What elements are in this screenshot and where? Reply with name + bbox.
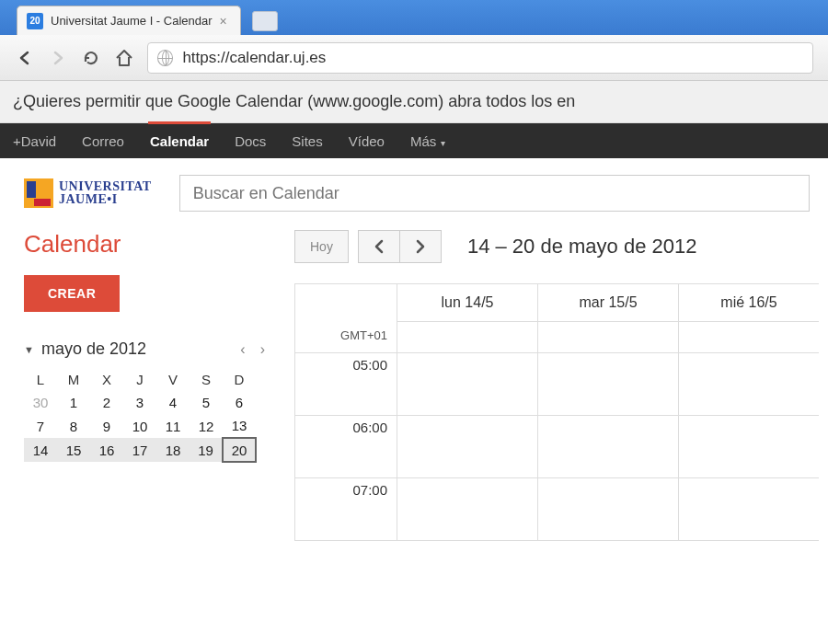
sidebar: Calendar CREAR ▼ mayo de 2012 ‹ › LMXJVS…: [0, 224, 285, 541]
day-header: mar 15/5: [537, 284, 678, 321]
mini-cal-day[interactable]: 9: [90, 414, 123, 438]
mini-cal-day[interactable]: 4: [156, 390, 190, 414]
mini-cal-day[interactable]: 19: [190, 438, 223, 462]
create-button[interactable]: CREAR: [24, 275, 120, 312]
hour-cell[interactable]: [537, 353, 678, 415]
calendar-title: Calendar: [24, 230, 269, 259]
mini-cal-day[interactable]: 17: [123, 438, 156, 462]
logo-mark: [24, 178, 53, 208]
prev-week-button[interactable]: [358, 230, 399, 263]
browser-tab[interactable]: 20 Universitat Jaume I - Calendar ×: [17, 6, 241, 35]
mini-cal-dow: D: [223, 368, 256, 390]
day-header: mié 16/5: [678, 284, 819, 321]
home-button[interactable]: [114, 48, 134, 68]
mini-cal-day[interactable]: 18: [156, 438, 190, 462]
mini-cal-day[interactable]: 11: [156, 414, 190, 438]
tab-favicon: 20: [27, 13, 43, 29]
mini-cal-grid: LMXJVSD 30123456789101112131415161718192…: [24, 368, 257, 463]
forward-button[interactable]: [48, 48, 68, 68]
search-input[interactable]: [193, 184, 796, 203]
back-button[interactable]: [15, 48, 35, 68]
mini-cal-dow: X: [90, 368, 123, 390]
url-input[interactable]: [182, 49, 803, 67]
mini-cal-dow: L: [24, 368, 57, 390]
gbar-item-docs[interactable]: Docs: [233, 124, 268, 158]
view-controls: Hoy 14 – 20 de mayo de 2012: [294, 230, 819, 263]
hour-label: 07:00: [295, 478, 397, 540]
reload-button[interactable]: [81, 48, 101, 68]
app-header: UNIVERSITAT JAUME•I: [0, 158, 828, 224]
nav-button-group: [358, 230, 442, 263]
calendar-main: Hoy 14 – 20 de mayo de 2012 GMT+01 lun 1…: [285, 224, 828, 541]
hour-cell[interactable]: [397, 353, 537, 415]
mini-cal-day[interactable]: 5: [190, 390, 223, 414]
uji-logo[interactable]: UNIVERSITAT JAUME•I: [24, 178, 152, 208]
hour-cell[interactable]: [537, 416, 678, 477]
mini-cal-day[interactable]: 3: [123, 390, 156, 414]
hour-label: 06:00: [295, 416, 397, 477]
infobar-text: ¿Quieres permitir que Google Calendar (w…: [13, 92, 575, 111]
mini-cal-day[interactable]: 8: [57, 414, 90, 438]
gbar-item-mas[interactable]: Más ▾: [408, 124, 447, 158]
next-week-button[interactable]: [399, 230, 442, 263]
chevron-down-icon: ▾: [438, 138, 445, 148]
mini-cal-day[interactable]: 30: [24, 390, 57, 414]
mini-cal-day[interactable]: 13: [223, 414, 256, 438]
day-header: lun 14/5: [397, 284, 537, 321]
mini-cal-day[interactable]: 15: [57, 438, 90, 462]
allday-cell[interactable]: [397, 322, 537, 352]
mini-cal-day[interactable]: 6: [223, 390, 256, 414]
tab-title: Universitat Jaume I - Calendar: [51, 14, 213, 28]
hour-cell[interactable]: [537, 478, 678, 540]
hour-cell[interactable]: [397, 416, 537, 477]
permission-infobar[interactable]: ¿Quieres permitir que Google Calendar (w…: [0, 81, 828, 123]
allday-cell[interactable]: [537, 322, 678, 352]
week-grid: GMT+01 lun 14/5mar 15/5mié 16/5 05:0006:…: [294, 283, 819, 541]
gbar-item-calendar[interactable]: Calendar: [148, 121, 211, 158]
address-bar[interactable]: [147, 42, 813, 74]
logo-text: UNIVERSITAT JAUME•I: [59, 180, 152, 206]
mini-cal-day[interactable]: 2: [90, 390, 123, 414]
hour-cell[interactable]: [397, 478, 537, 540]
mini-cal-prev-button[interactable]: ‹: [236, 341, 248, 358]
today-button[interactable]: Hoy: [294, 230, 349, 263]
disclosure-triangle-icon[interactable]: ▼: [24, 344, 34, 355]
gbar-item-correo[interactable]: Correo: [80, 124, 126, 158]
mini-cal-month-label: mayo de 2012: [41, 339, 146, 359]
mini-cal-dow: V: [156, 368, 190, 390]
browser-toolbar: [0, 35, 828, 81]
hour-cell[interactable]: [678, 416, 819, 477]
globe-icon: [157, 50, 173, 66]
hour-cell[interactable]: [678, 478, 819, 540]
gbar-item-video[interactable]: Vídeo: [347, 124, 386, 158]
mini-cal-dow: S: [190, 368, 223, 390]
mini-calendar: ▼ mayo de 2012 ‹ › LMXJVSD 3012345678910…: [24, 339, 269, 463]
gbar-item-plusdavid[interactable]: +David: [11, 124, 58, 158]
allday-cell[interactable]: [678, 322, 819, 352]
mini-cal-next-button[interactable]: ›: [257, 341, 269, 358]
mini-cal-day[interactable]: 12: [190, 414, 223, 438]
mini-cal-day[interactable]: 10: [123, 414, 156, 438]
gbar-item-sites[interactable]: Sites: [290, 124, 324, 158]
close-tab-icon[interactable]: ×: [220, 14, 227, 29]
hour-cell[interactable]: [678, 353, 819, 415]
hour-label: 05:00: [295, 353, 397, 415]
new-tab-button[interactable]: [252, 11, 278, 31]
mini-cal-dow: J: [123, 368, 156, 390]
mini-cal-dow: M: [57, 368, 90, 390]
mini-cal-day[interactable]: 14: [24, 438, 57, 462]
browser-tab-strip: 20 Universitat Jaume I - Calendar ×: [0, 0, 828, 35]
search-box[interactable]: [179, 175, 810, 212]
mini-cal-day[interactable]: 1: [57, 390, 90, 414]
google-bar: +David Correo Calendar Docs Sites Vídeo …: [0, 123, 828, 158]
mini-cal-day[interactable]: 20: [223, 438, 256, 462]
mini-cal-day[interactable]: 7: [24, 414, 57, 438]
mini-cal-day[interactable]: 16: [90, 438, 123, 462]
timezone-label: GMT+01: [295, 284, 397, 352]
date-range-label: 14 – 20 de mayo de 2012: [467, 235, 697, 259]
